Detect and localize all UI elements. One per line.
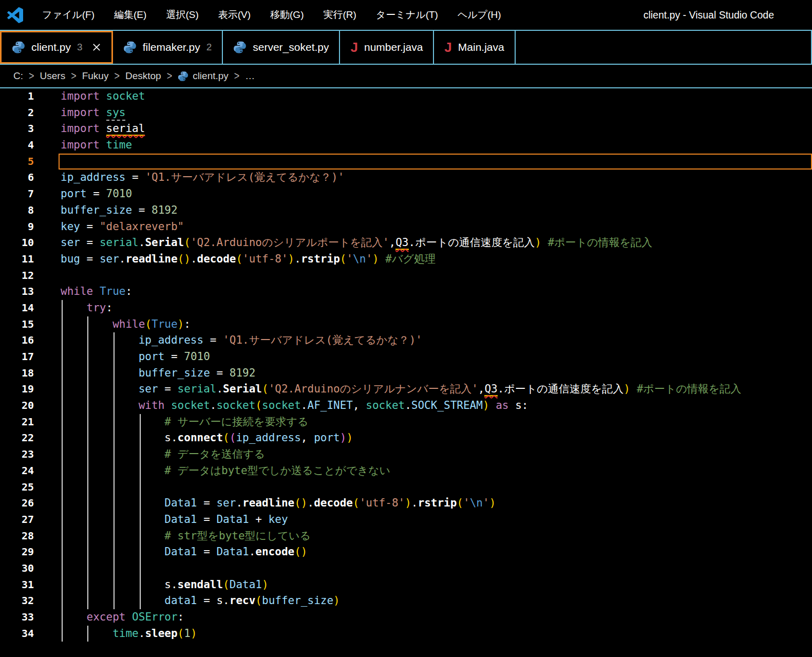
line-number[interactable]: 9 [0,219,34,235]
breadcrumb-item[interactable]: Fukuy [82,70,109,82]
line-number[interactable]: 1 [0,88,34,105]
line-number[interactable]: 20 [0,398,34,414]
breadcrumb-item[interactable]: Users [40,70,66,82]
line-number[interactable]: 2 [0,105,34,121]
indent-guide [114,544,115,560]
line-number[interactable]: 6 [0,170,34,186]
line-number[interactable]: 7 [0,186,34,202]
line-number[interactable]: 8 [0,202,34,219]
close-icon[interactable] [92,43,101,52]
code-line-content[interactable]: ip_address = 'Q1.サーバアドレス(覚えてるかな？)' [61,170,812,186]
line-number[interactable]: 23 [0,446,34,463]
code-line-content[interactable]: ip_address = 'Q1.サーバアドレス(覚えてるかな？)' [61,332,812,349]
code-line-content[interactable]: ser = serial.Serial('Q2.Arduinoのシリアルナンバー… [61,381,812,398]
code-line-content[interactable] [61,479,812,496]
tab-number-java[interactable]: Jnumber.java [340,31,434,64]
code-line-content[interactable]: data1 = s.recv(buffer_size) [61,593,812,609]
code-line-content[interactable]: Data1 = Data1 + key [61,512,812,528]
line-number[interactable]: 11 [0,251,34,268]
code-line-content[interactable]: # データはbyte型でしか送ることができない [61,463,812,479]
code-line-content[interactable]: Data1 = ser.readline().decode('utf-8').r… [61,495,812,512]
line-number[interactable]: 10 [0,235,34,251]
code-line-content[interactable]: with socket.socket(socket.AF_INET, socke… [61,398,812,414]
code-token [379,253,386,265]
menu-item[interactable]: ヘルプ(H) [448,6,511,24]
line-number[interactable]: 3 [0,121,34,137]
line-number[interactable]: 28 [0,528,34,545]
code-line-content[interactable]: s.sendall(Data1) [61,577,812,593]
line-number[interactable]: 29 [0,544,34,560]
code-line-content[interactable]: while(True): [61,316,812,333]
line-number[interactable]: 16 [0,332,34,349]
tab-main-java[interactable]: JMain.java [434,31,515,64]
code-line: 29 Data1 = Data1.encode() [0,544,812,560]
line-number[interactable]: 26 [0,495,34,512]
code-line-content[interactable]: s.connect((ip_address, port)) [61,430,812,446]
line-number[interactable]: 19 [0,381,34,398]
breadcrumb-item-file[interactable]: client.py [178,70,229,82]
indent-guide [62,560,63,577]
code-line-content[interactable]: # データを送信する [61,446,812,463]
line-number[interactable]: 4 [0,137,34,154]
line-number[interactable]: 31 [0,577,34,593]
line-number[interactable]: 21 [0,414,34,430]
code-line-content[interactable]: while True: [61,284,812,300]
menu-item[interactable]: ファイル(F) [32,6,104,24]
code-line-content[interactable]: port = 7010 [61,349,812,365]
tab-server-soket-py[interactable]: server_soket.py [223,31,340,64]
menu-item[interactable]: 表示(V) [209,6,260,24]
line-number[interactable]: 13 [0,284,34,300]
indent-guide [114,381,115,398]
code-line-content[interactable] [61,268,812,284]
line-number[interactable]: 12 [0,268,34,284]
code-line-content[interactable]: import sys [61,105,812,121]
code-line-content[interactable]: except OSError: [61,609,812,626]
line-number[interactable]: 34 [0,626,34,642]
line-number[interactable]: 33 [0,609,34,626]
line-number[interactable]: 14 [0,300,34,316]
code-line-content[interactable]: import time [61,137,812,154]
line-number[interactable]: 22 [0,430,34,446]
breadcrumb-item[interactable]: Desktop [125,70,161,82]
code-line-content[interactable]: key = "delaxreverb" [61,219,812,235]
line-number[interactable]: 27 [0,512,34,528]
tab-client-py[interactable]: client.py3 [0,31,113,64]
line-number[interactable]: 5 [0,154,34,170]
code-line-content[interactable] [61,560,812,577]
code-line-content[interactable]: port = 7010 [61,186,812,202]
code-line-content[interactable]: import socket [61,88,812,105]
code-token: ser [139,383,158,395]
line-number[interactable]: 15 [0,316,34,333]
line-number[interactable]: 17 [0,349,34,365]
indent-guide [62,300,63,316]
menu-item[interactable]: 選択(S) [156,6,208,24]
menu-item[interactable]: ターミナル(T) [366,6,448,24]
code-line-content[interactable]: # str型をbyte型にしている [61,528,812,545]
line-number[interactable]: 32 [0,593,34,609]
code-line: 18 buffer_size = 8192 [0,365,812,382]
code-line-content[interactable]: bug = ser.readline().decode('utf-8').rst… [61,251,812,268]
line-number[interactable]: 18 [0,365,34,382]
tab-filemaker-py[interactable]: filemaker.py2 [113,31,223,64]
code-token: with [139,399,165,411]
code-token [61,399,139,411]
menu-item[interactable]: 編集(E) [104,6,156,24]
code-line-content[interactable]: Data1 = Data1.encode() [61,544,812,560]
line-number[interactable]: 25 [0,479,34,496]
line-number[interactable]: 30 [0,560,34,577]
line-number[interactable]: 24 [0,463,34,479]
menu-item[interactable]: 実行(R) [313,6,366,24]
code-line-content[interactable]: buffer_size = 8192 [61,202,812,219]
indent-guide [87,577,88,593]
code-line-content[interactable]: time.sleep(1) [61,626,812,642]
breadcrumb-item[interactable]: C: [13,70,23,82]
breadcrumb-more[interactable]: … [245,70,255,82]
code-token [61,448,164,460]
code-line-content cursor-line[interactable] [59,154,812,170]
code-line-content[interactable]: import serial [61,121,812,137]
code-line-content[interactable]: ser = serial.Serial('Q2.Arduinoのシリアルポートを… [61,235,812,251]
code-line-content[interactable]: buffer_size = 8192 [61,365,812,382]
code-line-content[interactable]: # サーバーに接続を要求する [61,414,812,430]
menu-item[interactable]: 移動(G) [260,6,313,24]
code-line-content[interactable]: try: [61,300,812,316]
